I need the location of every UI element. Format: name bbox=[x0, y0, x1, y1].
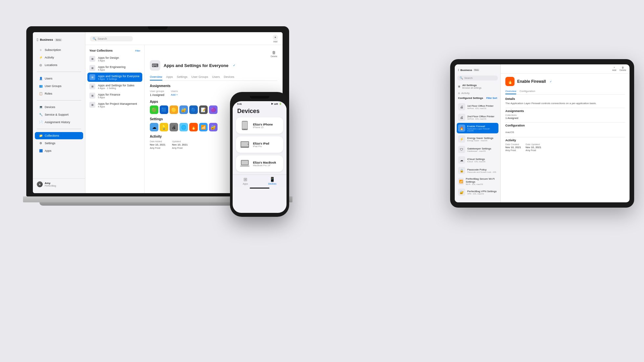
energy-name: Energy Saver Settings bbox=[467, 137, 494, 140]
collection-detail-title: Apps and Settings for Everyone bbox=[164, 63, 228, 68]
search-input[interactable]: 🔍 Search bbox=[90, 36, 133, 41]
settings-item-icloud[interactable]: ☁ iCloud Settings iCloud · iOS, macOS bbox=[455, 155, 500, 165]
sidebar-section-top: ○ Subscription ⚡ Activity ◎ Locations bbox=[33, 45, 85, 70]
sidebar-item-assignment-history[interactable]: 📄 Assignment History bbox=[35, 119, 83, 126]
assignment-users-label: Users bbox=[171, 90, 178, 93]
search-placeholder: Search bbox=[98, 37, 107, 40]
settings-item-vpn[interactable]: 🔐 PerfectBag VPN Settings VPN · iOS, mac… bbox=[455, 187, 500, 197]
filter-button[interactable]: Filter bbox=[135, 50, 140, 52]
sidebar-item-locations[interactable]: ◎ Locations bbox=[35, 61, 83, 69]
sidebar-label-devices: Devices bbox=[45, 105, 55, 109]
sidebar-item-user-groups[interactable]: 👥 User Groups bbox=[35, 82, 83, 90]
passcode-sub: Passcode and Screen Lock · iOS bbox=[467, 171, 496, 173]
tablet-search-icon: 🔍 bbox=[460, 77, 463, 79]
phone-device-macbook[interactable]: Eliza's MacBook MacBook Pro 14" bbox=[236, 155, 283, 172]
sidebar-item-devices[interactable]: 💻 Devices bbox=[35, 103, 83, 111]
tab-apps[interactable]: Apps bbox=[166, 74, 173, 80]
sidebar-label-assignment-history: Assignment History bbox=[45, 121, 70, 124]
date-added-value: Nov 10, 2021 bbox=[150, 143, 166, 146]
search-icon: 🔍 bbox=[93, 37, 96, 40]
settings-item-wifi[interactable]: 📶 PerfectBag Secure Wi-Fi Settings Wi-Fi… bbox=[455, 176, 500, 187]
icloud-icon: ☁ bbox=[458, 156, 465, 164]
business-label: Business bbox=[40, 38, 53, 41]
app-icon-3: 🔐 bbox=[179, 105, 188, 114]
tab-settings[interactable]: Settings bbox=[177, 74, 188, 80]
settings-item-printer2[interactable]: 🖨 2nd Floor Office Printer AirPrint · iO… bbox=[455, 112, 500, 123]
phone-device-ipad[interactable]: Eliza's iPad iPad Pro bbox=[236, 136, 283, 153]
sidebar-item-users[interactable]: 👤 Users bbox=[35, 75, 83, 82]
tablet-app-icon: 🔥 bbox=[505, 77, 515, 86]
phone-header: Devices bbox=[233, 106, 287, 117]
sidebar-label-service: Service & Support bbox=[45, 113, 69, 116]
collection-name-engineering: Apps for Engineering bbox=[98, 65, 126, 69]
sidebar-item-roles[interactable]: 📋 Roles bbox=[35, 90, 83, 97]
phone-device-iphone[interactable]: Eliza's iPhone iPhone 13 bbox=[236, 117, 283, 134]
collection-icon-sales: ⊞ bbox=[89, 83, 95, 89]
divider-t2 bbox=[505, 122, 625, 123]
collection-item-everyone[interactable]: ⊞ Apps and Settings for Everyone 9 Apps … bbox=[87, 73, 142, 82]
tablet-business-label: Business bbox=[460, 69, 472, 72]
locations-icon: ◎ bbox=[39, 63, 43, 67]
settings-icon: ⚙ bbox=[39, 141, 43, 145]
phone-tab-bar: ⊞ Apps 📱 Devices bbox=[233, 174, 287, 186]
collection-item-pm[interactable]: ⊞ Apps for Project Management 4 Apps bbox=[85, 100, 144, 109]
tablet-tabs: Overview Configuration bbox=[505, 89, 625, 95]
tablet-sidebar-all-settings[interactable]: ⊞ All Settings Browse all settings bbox=[455, 82, 500, 90]
collection-item-design[interactable]: ⊞ Apps for Design 3 Apps bbox=[85, 54, 144, 63]
collection-item-finance[interactable]: ⊞ Apps for Finance 5 Apps bbox=[85, 91, 144, 100]
icloud-name: iCloud Settings bbox=[467, 158, 485, 161]
tablet-updated-user: Amy Frost bbox=[526, 149, 541, 151]
sidebar-item-activity[interactable]: ⚡ Activity bbox=[35, 54, 83, 61]
svg-point-5 bbox=[248, 144, 248, 145]
app-icon-2: 🟡 bbox=[170, 105, 178, 114]
tablet-add-button[interactable]: + Add bbox=[612, 66, 616, 71]
configured-settings-header: Configured Settings Filter Sort bbox=[455, 95, 500, 102]
tab-devices[interactable]: Devices bbox=[224, 74, 234, 80]
assignment-ug-value: 1 Assigned bbox=[150, 93, 164, 97]
tablet-delete-button[interactable]: 🗑 Delete bbox=[620, 66, 626, 71]
assignment-users-add[interactable]: Add + bbox=[171, 93, 178, 96]
settings-item-printer1[interactable]: 🖨 1st Floor Office Printer AirPrint · iO… bbox=[455, 102, 500, 112]
settings-icon-2: 🖨 bbox=[170, 123, 178, 131]
tab-overview[interactable]: Overview bbox=[150, 74, 162, 80]
phone-tab-apps[interactable]: ⊞ Apps bbox=[243, 177, 248, 185]
delete-button[interactable]: 🗑 Delete bbox=[271, 50, 277, 57]
settings-item-gatekeeper[interactable]: 🛡 Gatekeeper Settings Gatekeeper · macOS bbox=[455, 144, 500, 155]
collection-item-sales[interactable]: ⊞ Apps and Settings for Sales 4 Apps · 1… bbox=[85, 82, 144, 91]
ipad-model: iPad Pro bbox=[253, 145, 269, 147]
tab-users[interactable]: Users bbox=[212, 74, 220, 80]
devices-icon: 💻 bbox=[39, 105, 43, 109]
gatekeeper-icon: 🛡 bbox=[458, 146, 465, 153]
collection-item-engineering[interactable]: ⊞ Apps for Engineering 4 Apps bbox=[85, 63, 144, 73]
gatekeeper-name: Gatekeeper Settings bbox=[467, 147, 491, 150]
collection-sub-engineering: 4 Apps bbox=[98, 69, 126, 71]
tab-user-groups[interactable]: User Groups bbox=[192, 74, 208, 80]
macbook-model: MacBook Pro 14" bbox=[253, 164, 276, 167]
sidebar-item-collections[interactable]: 📁 Collections bbox=[35, 132, 83, 139]
collection-sub-design: 3 Apps bbox=[98, 59, 119, 62]
add-button[interactable]: + Add bbox=[273, 35, 278, 43]
phone-status-bar: 9:41 ▶ wifi 🔋 bbox=[233, 101, 287, 106]
tablet-created-group: Date Created Nov 10, 2021 Amy Frost bbox=[505, 143, 521, 151]
settings-item-energy[interactable]: ⚡ Energy Saver Settings Energy Saver · m… bbox=[455, 134, 500, 144]
sidebar-item-apps[interactable]: 🟦 Apps bbox=[35, 147, 83, 154]
icloud-info: iCloud Settings iCloud · iOS, macOS bbox=[467, 158, 485, 163]
tablet-tab-config[interactable]: Configuration bbox=[519, 89, 535, 94]
tablet-activity-title: Activity bbox=[505, 139, 625, 142]
settings-item-firewall[interactable]: 🔥 Enable Firewall Application Layer Fire… bbox=[457, 123, 498, 133]
vpn-sub: VPN · iOS, macOS bbox=[467, 193, 496, 195]
wifi-name: PerfectBag Secure Wi-Fi Settings bbox=[466, 177, 497, 183]
passcode-name: Passcode Policy bbox=[467, 168, 496, 171]
gatekeeper-sub: Gatekeeper · macOS bbox=[467, 150, 491, 152]
edit-icon[interactable]: ✓ bbox=[233, 64, 236, 67]
settings-item-passcode[interactable]: 🔒 Passcode Policy Passcode and Screen Lo… bbox=[455, 165, 500, 176]
sidebar-item-service[interactable]: 🔧 Service & Support bbox=[35, 111, 83, 118]
firewall-name: Enable Firewall bbox=[467, 125, 497, 128]
tablet-tab-overview[interactable]: Overview bbox=[505, 89, 516, 94]
tablet-main: + Add 🗑 Delete 🔥 Enable Firewall ✓ bbox=[501, 64, 630, 202]
apple-icon:  bbox=[37, 37, 38, 42]
tablet-search-input[interactable]: 🔍 Search bbox=[457, 76, 498, 80]
sidebar-item-subscription[interactable]: ○ Subscription bbox=[35, 46, 83, 54]
sidebar-item-settings[interactable]: ⚙ Settings bbox=[35, 140, 83, 147]
phone-tab-devices[interactable]: 📱 Devices bbox=[268, 177, 276, 185]
